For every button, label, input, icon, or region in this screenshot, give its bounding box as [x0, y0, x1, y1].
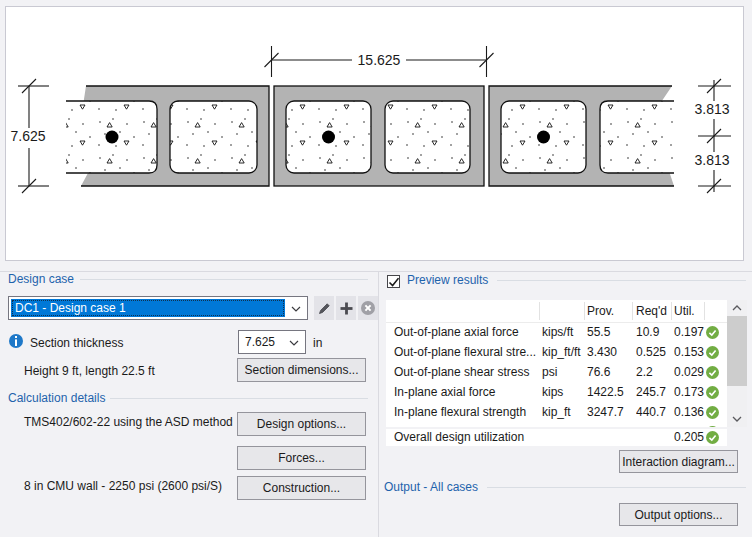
result-provided: 76.6	[587, 362, 635, 382]
check-icon	[388, 276, 399, 288]
output-group-label: Output - All cases	[384, 480, 478, 494]
result-required: 245.7	[636, 382, 674, 402]
design-case-group-rule	[80, 279, 368, 280]
result-required: 440.7	[636, 402, 674, 422]
pencil-icon	[317, 301, 332, 316]
results-table: Prov. Req'd Util. Out-of-plane axial for…	[386, 300, 727, 427]
plus-icon	[340, 302, 353, 315]
result-provided: 3247.7	[587, 402, 635, 422]
construction-text: 8 in CMU wall - 2250 psi (2600 psi/S)	[24, 479, 222, 493]
section-thickness-dropdown[interactable]: 7.625	[238, 330, 306, 354]
dim-label-right-top: 3.813	[694, 101, 729, 117]
chevron-down-icon	[732, 416, 742, 422]
overall-utilization-row: Overall design utilization 0.205	[386, 429, 727, 446]
result-row[interactable]: In-plane axial forcekips1422.5245.70.173	[386, 382, 727, 402]
overall-utilization-label: Overall design utilization	[394, 429, 654, 446]
delete-icon	[360, 300, 376, 316]
result-utilization: 0.136	[674, 402, 706, 422]
chevron-down-icon	[291, 301, 301, 315]
wall-section-drawing: 15.625 7.625 3.813 3.813	[6, 7, 743, 260]
masonry-wall-design-dialog: 15.625 7.625 3.813 3.813 Design case DC1…	[0, 0, 752, 537]
section-thickness-value: 7.625	[239, 335, 275, 349]
result-name: In-plane axial force	[394, 382, 540, 402]
pass-icon	[706, 425, 726, 427]
result-unit: psi	[542, 362, 586, 382]
edit-design-case-button[interactable]	[314, 296, 334, 320]
forces-button[interactable]: Forces...	[237, 446, 366, 470]
result-utilization: 0.197	[674, 322, 706, 342]
result-name: Out-of-plane flexural stre...	[394, 342, 540, 362]
pass-icon	[706, 431, 726, 449]
result-row[interactable]: In-plane shear strength	[386, 422, 727, 427]
preview-results-checkbox[interactable]	[387, 275, 400, 288]
results-table-header: Prov. Req'd Util.	[386, 300, 727, 323]
result-row[interactable]: Out-of-plane flexural stre...kip_ft/ft3.…	[386, 342, 727, 362]
result-name: Out-of-plane axial force	[394, 322, 540, 342]
header-required: Req'd	[636, 300, 674, 322]
result-required: 10.9	[636, 322, 674, 342]
interaction-diagram-button[interactable]: Interaction diagram...	[619, 450, 738, 473]
section-thickness-label: Section thickness	[30, 336, 123, 350]
delete-design-case-button[interactable]	[358, 296, 378, 320]
result-unit: kip_ft/ft	[542, 342, 586, 362]
result-name: In-plane flexural strength	[394, 402, 540, 422]
calculation-details-group-rule	[110, 398, 368, 399]
chevron-down-icon	[289, 335, 299, 349]
scroll-up-button[interactable]	[727, 300, 747, 316]
preview-results-group-rule	[497, 280, 746, 281]
result-utilization: 0.153	[674, 342, 706, 362]
dim-label-right-bottom: 3.813	[694, 152, 729, 168]
output-group-rule	[487, 487, 746, 488]
design-case-group-label: Design case	[8, 272, 74, 286]
wall-size-text: Height 9 ft, length 22.5 ft	[24, 364, 155, 378]
result-utilization: 0.173	[674, 382, 706, 402]
block-cells	[66, 101, 674, 173]
header-utilization: Util.	[674, 300, 706, 322]
result-provided: 1422.5	[587, 382, 635, 402]
section-dimensions-button[interactable]: Section dimensions...	[237, 358, 366, 382]
output-options-button[interactable]: Output options...	[619, 503, 738, 526]
scroll-down-button[interactable]	[727, 411, 747, 427]
result-row[interactable]: In-plane flexural strengthkip_ft3247.744…	[386, 402, 727, 422]
result-row[interactable]: Out-of-plane shear stresspsi76.62.20.029	[386, 362, 727, 382]
header-provided: Prov.	[587, 300, 635, 322]
calculation-details-group-label: Calculation details	[8, 391, 105, 405]
dim-label-left: 7.625	[10, 128, 45, 144]
preview-results-group-label: Preview results	[407, 273, 488, 287]
result-unit: kips/ft	[542, 322, 586, 342]
result-unit: kip_ft	[542, 402, 586, 422]
result-provided: 3.430	[587, 342, 635, 362]
scrollbar-thumb[interactable]	[727, 316, 747, 386]
result-unit: kips	[542, 382, 586, 402]
overall-utilization-value: 0.205	[674, 429, 706, 446]
results-rows: Out-of-plane axial forcekips/ft55.510.90…	[386, 322, 727, 427]
result-required: 0.525	[636, 342, 674, 362]
result-name: In-plane shear strength	[394, 422, 540, 427]
add-design-case-button[interactable]	[336, 296, 356, 320]
horizontal-divider	[0, 271, 752, 272]
dim-label-top: 15.625	[358, 52, 401, 68]
results-scrollbar[interactable]	[727, 300, 747, 427]
design-method-text: TMS402/602-22 using the ASD method	[24, 415, 233, 429]
design-options-button[interactable]: Design options...	[237, 412, 366, 436]
result-provided: 55.5	[587, 322, 635, 342]
result-name: Out-of-plane shear stress	[394, 362, 540, 382]
design-case-selected-value: DC1 - Design case 1	[11, 299, 285, 317]
vertical-divider	[378, 271, 379, 537]
result-required: 2.2	[636, 362, 674, 382]
design-case-dropdown[interactable]: DC1 - Design case 1	[8, 296, 308, 320]
construction-button[interactable]: Construction...	[237, 476, 366, 500]
result-utilization: 0.029	[674, 362, 706, 382]
result-row[interactable]: Out-of-plane axial forcekips/ft55.510.90…	[386, 322, 727, 342]
chevron-up-icon	[732, 305, 742, 311]
thickness-unit-label: in	[313, 336, 322, 350]
info-icon[interactable]	[9, 334, 23, 348]
section-drawing-panel: 15.625 7.625 3.813 3.813	[5, 6, 744, 261]
